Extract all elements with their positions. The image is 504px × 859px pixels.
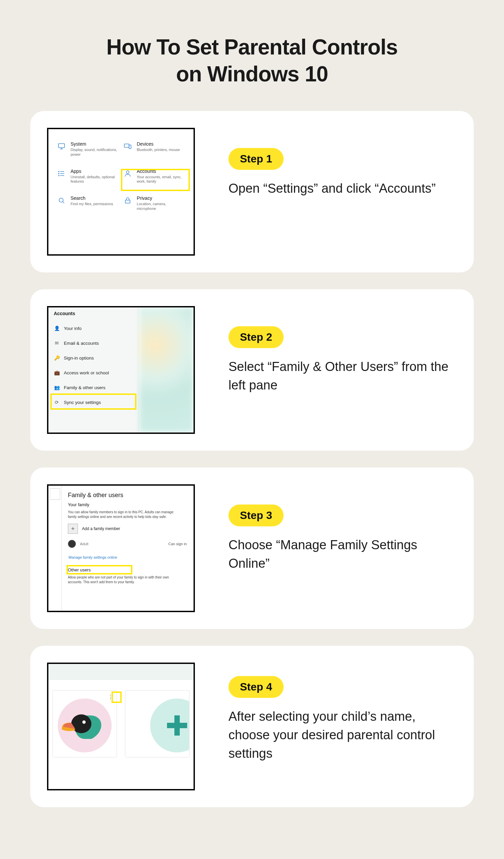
- sidebar-item-your-info[interactable]: 👤 Your info: [48, 321, 139, 336]
- sidebar-item-email-accounts[interactable]: ✉ Email & accounts: [48, 336, 139, 350]
- screenshot-step4: ⋮: [47, 659, 202, 794]
- svg-point-11: [82, 720, 86, 724]
- svg-rect-8: [125, 200, 130, 203]
- family-dashboard: ⋮: [47, 663, 195, 790]
- lock-icon: [123, 195, 133, 206]
- settings-item-label: System: [70, 141, 119, 147]
- plus-icon[interactable]: +: [68, 524, 78, 534]
- sidebar-icon: 👤: [54, 326, 60, 331]
- settings-item-label: Accounts: [137, 168, 186, 174]
- toucan-icon: [58, 698, 112, 752]
- settings-item-sub: Bluetooth, printers, mouse: [137, 148, 180, 152]
- other-users-desc: Allow people who are not part of your fa…: [68, 575, 175, 584]
- monitor-icon: [57, 141, 66, 151]
- svg-point-3: [59, 171, 59, 172]
- settings-item-sub: Your accounts, email, sync, work, family: [137, 175, 186, 184]
- search-box[interactable]: [50, 488, 60, 500]
- list-icon: [57, 168, 66, 179]
- settings-item-label: Apps: [70, 168, 119, 174]
- screenshot-step3: Family & other users Your family You can…: [47, 481, 202, 616]
- step-text: After selecting your child’s name, choos…: [229, 707, 454, 763]
- accounts-sidebar: Accounts 👤 Your info✉ Email & accounts🔑 …: [48, 307, 139, 433]
- sidebar-item-access-work-or-school[interactable]: 💼 Access work or school: [48, 365, 139, 380]
- avatar-icon: [68, 540, 76, 548]
- child-avatar-2: [150, 698, 189, 752]
- manage-family-link[interactable]: Manage family settings online: [68, 553, 118, 561]
- step-text: Select “Family & Other Users” from the l…: [229, 358, 454, 394]
- svg-rect-14: [167, 723, 187, 728]
- dashboard-header: [48, 664, 193, 680]
- add-family-label: Add a family member: [82, 526, 120, 531]
- person-icon: [123, 168, 133, 179]
- svg-rect-1: [124, 144, 129, 147]
- sidebar-label: Sync your settings: [64, 400, 101, 405]
- screenshot-step1: System Display, sound, notifications, po…: [47, 124, 202, 259]
- screenshot-step2: Accounts 👤 Your info✉ Email & accounts🔑 …: [47, 303, 202, 437]
- step-card-4: ⋮: [30, 646, 474, 807]
- child-tile-2[interactable]: [125, 690, 189, 757]
- sidebar-label: Your info: [64, 326, 82, 331]
- family-desc: You can allow family members to sign in …: [68, 510, 175, 519]
- step-text: Choose “Manage Family Settings Online”: [229, 536, 454, 573]
- sidebar-icon: ✉: [54, 341, 60, 346]
- step-pill: Step 4: [229, 676, 284, 698]
- other-users-label: Other users: [68, 568, 187, 572]
- sidebar-item-sync-your-settings[interactable]: ⟳ Sync your settings: [48, 395, 139, 410]
- page-title: How To Set Parental Controls on Windows …: [30, 34, 474, 88]
- settings-item-system[interactable]: System Display, sound, notifications, po…: [57, 141, 119, 157]
- step-pill: Step 2: [229, 326, 284, 348]
- avatar-plus-icon: [150, 698, 189, 752]
- sidebar-label: Family & other users: [64, 385, 106, 390]
- settings-item-label: Devices: [137, 141, 180, 147]
- your-family-label: Your family: [68, 502, 187, 507]
- child-avatar-1: [58, 698, 112, 752]
- devices-icon: [123, 141, 133, 151]
- settings-item-sub: Find my files, permissions: [70, 202, 113, 207]
- page-title-line1: How To Set Parental Controls: [107, 35, 398, 59]
- accounts-window: Accounts 👤 Your info✉ Email & accounts🔑 …: [47, 306, 195, 434]
- settings-item-sub: Uninstall, defaults, optional features: [70, 175, 119, 184]
- svg-point-6: [126, 171, 129, 174]
- svg-point-4: [59, 173, 59, 174]
- settings-item-sub: Location, camera, microphone: [137, 202, 186, 211]
- sidebar-icon: 💼: [54, 370, 60, 375]
- step-pill: Step 3: [229, 504, 284, 526]
- step-pill: Step 1: [229, 148, 284, 170]
- svg-point-5: [59, 175, 59, 176]
- left-rail: [48, 486, 62, 611]
- step-card-2: Accounts 👤 Your info✉ Email & accounts🔑 …: [30, 289, 474, 451]
- svg-rect-2: [129, 145, 131, 149]
- svg-rect-0: [59, 144, 64, 148]
- kebab-icon[interactable]: ⋮: [108, 694, 113, 700]
- settings-item-accounts[interactable]: Accounts Your accounts, email, sync, wor…: [123, 168, 186, 184]
- settings-item-label: Privacy: [137, 195, 186, 201]
- step-card-3: Family & other users Your family You can…: [30, 467, 474, 629]
- child-tile-1[interactable]: ⋮: [52, 690, 117, 757]
- sidebar-label: Access work or school: [64, 370, 109, 375]
- step-card-1: System Display, sound, notifications, po…: [30, 111, 474, 272]
- settings-item-apps[interactable]: Apps Uninstall, defaults, optional featu…: [57, 168, 119, 184]
- sidebar-icon: 🔑: [54, 355, 60, 361]
- family-heading: Family & other users: [68, 492, 187, 499]
- page-title-line2: on Windows 10: [176, 62, 328, 86]
- content-blur: [139, 307, 193, 433]
- step-text: Open “Settings” and click “Accounts”: [229, 179, 454, 198]
- signin-status: Can sign in: [168, 542, 187, 546]
- sidebar-item-family-other-users[interactable]: 👥 Family & other users: [48, 380, 139, 395]
- sidebar-label: Email & accounts: [64, 341, 99, 346]
- settings-window: System Display, sound, notifications, po…: [47, 128, 195, 256]
- search-icon: [57, 195, 66, 206]
- sidebar-icon: 👥: [54, 385, 60, 390]
- sidebar-title: Accounts: [48, 307, 139, 321]
- settings-item-devices[interactable]: Devices Bluetooth, printers, mouse: [123, 141, 186, 157]
- sidebar-label: Sign-in options: [64, 356, 94, 361]
- family-member-row[interactable]: Adult Can sign in: [68, 540, 187, 548]
- sidebar-item-sign-in-options[interactable]: 🔑 Sign-in options: [48, 350, 139, 365]
- role-label: Adult: [80, 542, 88, 546]
- sidebar-icon: ⟳: [54, 400, 60, 405]
- add-family-member[interactable]: + Add a family member: [68, 524, 187, 534]
- svg-point-7: [59, 198, 63, 202]
- settings-item-label: Search: [70, 195, 113, 201]
- settings-item-privacy[interactable]: Privacy Location, camera, microphone: [123, 195, 186, 211]
- settings-item-search[interactable]: Search Find my files, permissions: [57, 195, 119, 211]
